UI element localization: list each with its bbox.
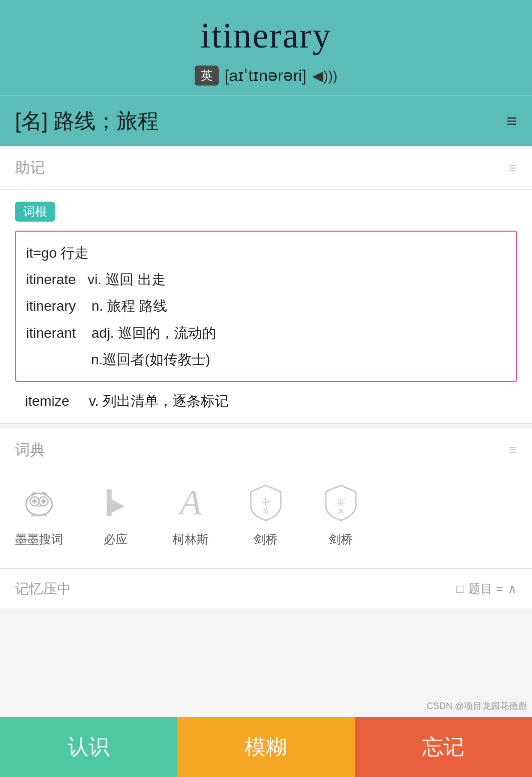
- svg-text:英: 英: [337, 507, 344, 515]
- bottom-right-text: 题目 =: [468, 581, 503, 597]
- dict-header: 词典 ≡: [15, 440, 517, 460]
- wordroot-line-5: n.巡回者(如传教士): [26, 346, 506, 373]
- dict-menu-icon[interactable]: ≡: [509, 442, 517, 458]
- svg-point-6: [43, 500, 45, 502]
- collins-a-icon: A: [180, 482, 202, 523]
- wordroot-box: it=go 行走 itinerate vi. 巡回 出走 itinerary n…: [15, 231, 517, 382]
- fuzzy-button[interactable]: 模糊: [177, 717, 354, 777]
- header-section: itinerary 英 [aɪˈtɪnərəri] ◀))): [0, 0, 532, 96]
- dict-item-bing[interactable]: 必应: [93, 480, 138, 547]
- collins-icon-container: A: [168, 480, 213, 525]
- sound-icon[interactable]: ◀))): [312, 68, 337, 84]
- dict-item-momo[interactable]: 墨墨搜词: [15, 480, 63, 547]
- phonetic-text: [aɪˈtɪnərəri]: [225, 66, 307, 85]
- bottom-right-arrow[interactable]: ∧: [508, 582, 517, 596]
- momo-icon-container: [17, 480, 62, 525]
- mnemonic-menu-icon[interactable]: ≡: [509, 160, 517, 176]
- svg-rect-7: [107, 489, 112, 516]
- svg-text:英: 英: [262, 507, 269, 515]
- word-title: itinerary: [10, 15, 522, 57]
- cambridge1-shield-icon: 中 英: [248, 483, 283, 523]
- dict-name-cambridge2: 剑桥: [329, 531, 353, 547]
- action-buttons: 认识 模糊 忘记: [0, 717, 532, 777]
- dict-icons-row: 墨墨搜词 必应 A 柯林斯 中 英: [15, 475, 517, 557]
- dict-name-momo: 墨墨搜词: [15, 531, 63, 547]
- bottom-right-area: □ 题目 = ∧: [456, 581, 517, 597]
- mnemonic-label: 助记: [15, 158, 45, 178]
- wordroot-line-1: it=go 行走: [26, 240, 506, 266]
- svg-text:中: 中: [261, 497, 270, 507]
- button-spacer: [0, 608, 532, 673]
- bing-icon-container: [93, 480, 138, 525]
- wordroot-line-2: itinerate vi. 巡回 出走: [26, 266, 506, 293]
- dict-item-cambridge2[interactable]: 英 英 剑桥: [318, 480, 363, 547]
- bottom-left-label: 记忆压中: [15, 579, 71, 598]
- svg-text:英: 英: [336, 497, 345, 507]
- dict-item-collins[interactable]: A 柯林斯: [168, 480, 213, 547]
- dictionary-section: 词典 ≡ 墨墨搜词: [0, 429, 532, 568]
- dict-name-cambridge1: 剑桥: [254, 531, 278, 547]
- lang-badge: 英: [195, 66, 219, 86]
- bing-logo-icon: [101, 485, 131, 520]
- wordroot-badge: 词根: [15, 202, 55, 222]
- forget-button[interactable]: 忘记: [355, 717, 532, 777]
- cambridge2-icon-container: 英 英: [318, 480, 363, 525]
- cambridge1-icon-container: 中 英: [243, 480, 288, 525]
- dict-name-collins: 柯林斯: [173, 531, 209, 547]
- phonetic-row: 英 [aɪˈtɪnərəri] ◀))): [10, 66, 522, 86]
- svg-point-0: [26, 493, 52, 515]
- svg-point-5: [34, 500, 36, 502]
- momo-owl-icon: [22, 485, 57, 520]
- wordroot-line-3: itinerary n. 旅程 路线: [26, 293, 506, 319]
- dict-item-cambridge1[interactable]: 中 英 剑桥: [243, 480, 288, 547]
- extra-word-line: itemize v. 列出清单，逐条标记: [15, 387, 517, 411]
- separator-2: [0, 423, 532, 424]
- watermark: CSDN @项目龙园花德彪: [427, 700, 527, 712]
- dict-name-bing: 必应: [104, 531, 128, 547]
- meaning-menu-icon[interactable]: ≡: [506, 111, 517, 132]
- cambridge2-shield-icon: 英 英: [323, 483, 358, 523]
- bottom-right-icon: □: [456, 582, 464, 596]
- know-button[interactable]: 认识: [0, 717, 177, 777]
- wordroot-section: 词根 it=go 行走 itinerate vi. 巡回 出走 itinerar…: [0, 190, 532, 423]
- wordroot-line-4: itinerant adj. 巡回的，流动的: [26, 320, 506, 346]
- meaning-text: [名] 路线；旅程: [15, 107, 159, 135]
- dict-label: 词典: [15, 440, 45, 460]
- mnemonic-section: 助记 ≡: [0, 147, 532, 190]
- bottom-partial-bar: 记忆压中 □ 题目 = ∧: [0, 569, 532, 608]
- meaning-section: [名] 路线；旅程 ≡: [0, 96, 532, 146]
